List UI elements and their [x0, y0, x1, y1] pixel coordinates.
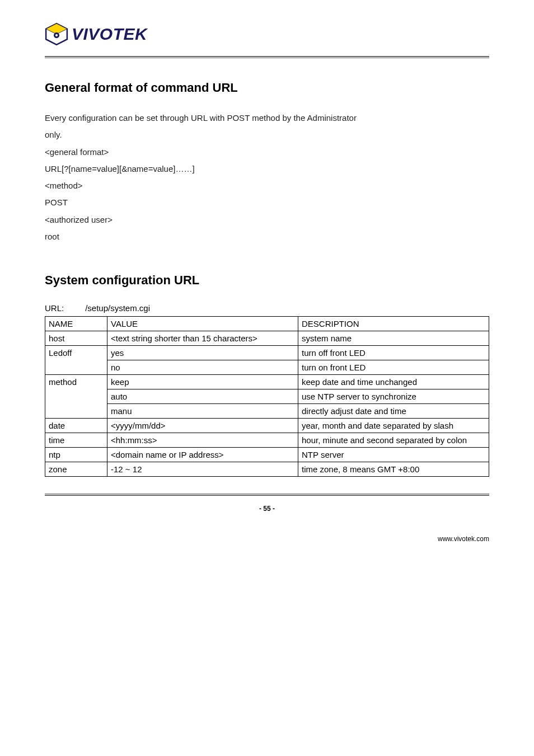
cell-value: no — [107, 360, 298, 375]
header-divider — [45, 56, 489, 58]
footer-divider — [45, 494, 489, 496]
general-line-4: <authorized user> — [45, 213, 489, 227]
table-row: no turn on front LED — [45, 360, 489, 375]
col-value: VALUE — [107, 317, 298, 331]
table-row: time <hh:mm:ss> hour, minute and second … — [45, 433, 489, 448]
table-row: manu directly adjust date and time — [45, 404, 489, 419]
cell-value: <yyyy/mm/dd> — [107, 419, 298, 433]
cell-desc: time zone, 8 means GMT +8:00 — [298, 462, 489, 477]
table-row: auto use NTP server to synchronize — [45, 389, 489, 404]
cell-value: manu — [107, 404, 298, 419]
cell-value: keep — [107, 375, 298, 389]
general-heading: General format of command URL — [45, 81, 489, 95]
cell-desc: use NTP server to synchronize — [298, 389, 489, 404]
table-row: Ledoff yes turn off front LED — [45, 346, 489, 360]
url-value: /setup/system.cgi — [85, 303, 150, 313]
cell-name: ntp — [45, 448, 107, 462]
cell-value: <text string shorter than 15 characters> — [107, 331, 298, 346]
table-row: zone -12 ~ 12 time zone, 8 means GMT +8:… — [45, 462, 489, 477]
cell-name: zone — [45, 462, 107, 477]
section-general: General format of command URL Every conf… — [45, 81, 489, 244]
cell-value: <domain name or IP address> — [107, 448, 298, 462]
system-heading: System configuration URL — [45, 273, 489, 288]
general-intro-2: only. — [45, 128, 489, 142]
cell-desc: year, month and date separated by slash — [298, 419, 489, 433]
table-header-row: NAME VALUE DESCRIPTION — [45, 317, 489, 331]
cell-value: auto — [107, 389, 298, 404]
logo: VIVOTEK — [45, 22, 489, 46]
general-line-1: URL[?[name=value][&name=value]……] — [45, 162, 489, 176]
col-name: NAME — [45, 317, 107, 331]
page-number: - 55 - — [45, 505, 489, 513]
cell-name: date — [45, 419, 107, 433]
svg-point-3 — [55, 34, 58, 36]
logo-mark-icon — [45, 22, 68, 46]
table-row: host <text string shorter than 15 charac… — [45, 331, 489, 346]
cell-desc: keep date and time unchanged — [298, 375, 489, 389]
cell-name: Ledoff — [45, 346, 107, 375]
cell-desc: directly adjust date and time — [298, 404, 489, 419]
footer-url: www.vivotek.com — [45, 535, 489, 543]
url-label: URL: — [45, 303, 83, 313]
cell-desc: turn on front LED — [298, 360, 489, 375]
cell-value: -12 ~ 12 — [107, 462, 298, 477]
table-row: ntp <domain name or IP address> NTP serv… — [45, 448, 489, 462]
cell-name: host — [45, 331, 107, 346]
general-line-2: <method> — [45, 179, 489, 193]
table-row: date <yyyy/mm/dd> year, month and date s… — [45, 419, 489, 433]
general-line-0: <general format> — [45, 145, 489, 159]
col-desc: DESCRIPTION — [298, 317, 489, 331]
cell-desc: turn off front LED — [298, 346, 489, 360]
general-line-3: POST — [45, 195, 489, 210]
url-line: URL: /setup/system.cgi — [45, 303, 489, 313]
section-system: System configuration URL URL: /setup/sys… — [45, 273, 489, 477]
cell-desc: hour, minute and second separated by col… — [298, 433, 489, 448]
general-intro-1: Every configuration can be set through U… — [45, 111, 489, 125]
logo-text: VIVOTEK — [72, 25, 147, 44]
general-line-5: root — [45, 229, 489, 244]
cell-desc: system name — [298, 331, 489, 346]
cell-name: time — [45, 433, 107, 448]
cell-desc: NTP server — [298, 448, 489, 462]
cell-value: <hh:mm:ss> — [107, 433, 298, 448]
cell-name: method — [45, 375, 107, 419]
cell-value: yes — [107, 346, 298, 360]
system-table: NAME VALUE DESCRIPTION host <text string… — [45, 316, 489, 477]
table-row: method keep keep date and time unchanged — [45, 375, 489, 389]
